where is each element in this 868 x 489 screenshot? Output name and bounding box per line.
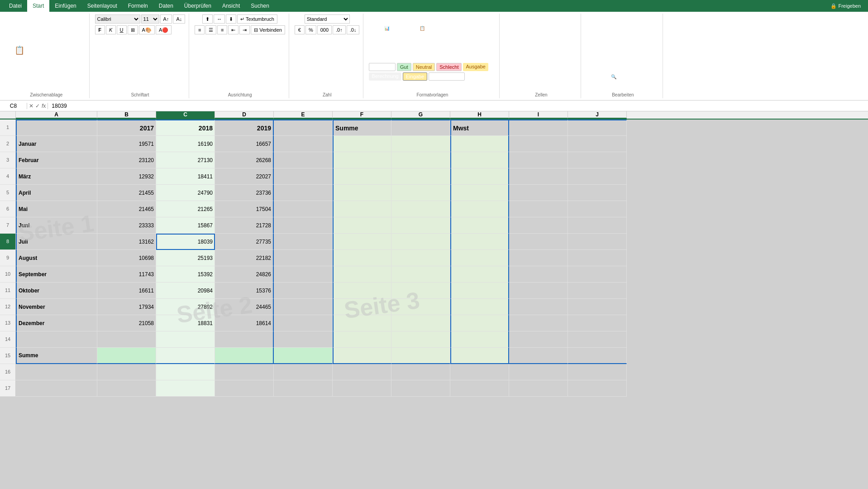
tab-daten[interactable]: Daten	[153, 0, 179, 12]
cell-D15[interactable]	[215, 348, 274, 364]
cell-H5[interactable]	[450, 185, 509, 201]
cell-D12[interactable]: 24465	[215, 299, 274, 315]
cell-C6[interactable]: 21265	[156, 201, 215, 217]
cell-H15[interactable]	[450, 348, 509, 364]
cell-C10[interactable]: 15392	[156, 266, 215, 283]
neutral-style[interactable]: Neutral	[413, 63, 435, 71]
decimal-increase-button[interactable]: .0↑	[333, 25, 346, 34]
cell-I12[interactable]	[509, 299, 568, 315]
align-bottom-button[interactable]: ⬇	[226, 14, 236, 24]
cell-I13[interactable]	[509, 315, 568, 331]
cell-B3[interactable]: 23120	[97, 152, 156, 168]
format-uebertragen-button[interactable]: 🖌 Format übertragen	[33, 58, 85, 65]
tab-einfuegen[interactable]: Einfügen	[49, 0, 81, 12]
cell-B9[interactable]: 10698	[97, 250, 156, 266]
cell-B13[interactable]: 21058	[97, 315, 156, 331]
col-header-E[interactable]: E	[274, 111, 333, 119]
cell-F9[interactable]	[333, 250, 391, 266]
cell-D2[interactable]: 16657	[215, 136, 274, 152]
cell-J14[interactable]	[568, 331, 627, 348]
cell-B14[interactable]	[97, 331, 156, 348]
cell-D14[interactable]	[215, 331, 274, 348]
cell-E9[interactable]	[274, 250, 333, 266]
cell-G4[interactable]	[391, 168, 450, 185]
confirm-formula-icon[interactable]: ✓	[35, 103, 40, 109]
tab-suchen[interactable]: Suchen	[245, 0, 275, 12]
cell-H17[interactable]	[450, 380, 509, 397]
cell-C14[interactable]	[156, 331, 215, 348]
cell-F17[interactable]	[333, 380, 391, 397]
cell-D4[interactable]: 22027	[215, 168, 274, 185]
cell-A3[interactable]: Februar	[16, 152, 97, 168]
cell-H8[interactable]	[450, 234, 509, 250]
cell-A9[interactable]: August	[16, 250, 97, 266]
cell-J4[interactable]	[568, 168, 627, 185]
cell-B4[interactable]: 12932	[97, 168, 156, 185]
cell-A8[interactable]: Juli	[16, 234, 97, 250]
ausschneiden-button[interactable]: ✂ Ausschneiden	[33, 40, 85, 48]
font-family-select[interactable]: Calibri	[95, 14, 140, 24]
cell-D8[interactable]: 27735	[215, 234, 274, 250]
cell-E14[interactable]	[274, 331, 333, 348]
cell-C5[interactable]: 24790	[156, 185, 215, 201]
cell-E2[interactable]	[274, 136, 333, 152]
cell-D11[interactable]: 15376	[215, 283, 274, 299]
cell-H12[interactable]	[450, 299, 509, 315]
cell-J7[interactable]	[568, 217, 627, 234]
cell-F12[interactable]	[333, 299, 391, 315]
cell-I3[interactable]	[509, 152, 568, 168]
cell-I2[interactable]	[509, 136, 568, 152]
cell-H10[interactable]	[450, 266, 509, 283]
cell-J9[interactable]	[568, 250, 627, 266]
cell-H1[interactable]: Mwst	[450, 120, 509, 136]
cell-J13[interactable]	[568, 315, 627, 331]
cell-I11[interactable]	[509, 283, 568, 299]
cell-B16[interactable]	[97, 364, 156, 380]
indent-decrease-button[interactable]: ⇤	[228, 25, 238, 34]
cell-A13[interactable]: Dezember	[16, 315, 97, 331]
zellen-format-button[interactable]: ⚙ Format	[557, 46, 577, 59]
textumbruch-button[interactable]: ↵ Textumbruch	[237, 14, 277, 24]
cell-J11[interactable]	[568, 283, 627, 299]
cell-A7[interactable]: Juni	[16, 217, 97, 234]
loeschen-button[interactable]: ✕ Löschen▾	[587, 34, 610, 52]
font-color-button[interactable]: A🔴	[156, 25, 172, 34]
cell-H11[interactable]	[450, 283, 509, 299]
cell-F13[interactable]	[333, 315, 391, 331]
cell-H6[interactable]	[450, 201, 509, 217]
cell-A4[interactable]: März	[16, 168, 97, 185]
cell-B7[interactable]: 23333	[97, 217, 156, 234]
cell-B11[interactable]: 16611	[97, 283, 156, 299]
bedingte-formatierung-button[interactable]: 📊 Bedingte Formatierung▾	[369, 24, 404, 42]
number-format-select[interactable]: Standard	[305, 14, 350, 24]
cell-J10[interactable]	[568, 266, 627, 283]
cell-H14[interactable]	[450, 331, 509, 348]
col-header-I[interactable]: I	[509, 111, 568, 119]
cell-C9[interactable]: 25193	[156, 250, 215, 266]
cell-B8[interactable]: 13162	[97, 234, 156, 250]
cell-E5[interactable]	[274, 185, 333, 201]
cell-F10[interactable]	[333, 266, 391, 283]
bold-button[interactable]: F	[95, 25, 105, 34]
gut-style[interactable]: Gut	[397, 63, 411, 71]
schlecht-style[interactable]: Schlecht	[436, 63, 462, 71]
cell-B5[interactable]: 21455	[97, 185, 156, 201]
cell-J8[interactable]	[568, 234, 627, 250]
sortieren-button[interactable]: ↕ Sortieren und Filtern▾	[587, 53, 634, 71]
cell-E15[interactable]	[274, 348, 333, 364]
cell-E3[interactable]	[274, 152, 333, 168]
cell-A1[interactable]	[16, 120, 97, 136]
cell-D5[interactable]: 23736	[215, 185, 274, 201]
cell-B15[interactable]	[97, 348, 156, 364]
eingabe-style[interactable]: Eingabe	[403, 72, 427, 81]
cell-A6[interactable]: Mai	[16, 201, 97, 217]
cell-A16[interactable]	[16, 364, 97, 380]
cell-I14[interactable]	[509, 331, 568, 348]
cell-J2[interactable]	[568, 136, 627, 152]
kopieren-button[interactable]: ⧉ Kopieren	[33, 49, 85, 57]
tab-start[interactable]: Start	[27, 0, 49, 12]
cell-C4[interactable]: 18411	[156, 168, 215, 185]
insert-function-icon[interactable]: fx	[42, 103, 46, 109]
cell-H16[interactable]	[450, 364, 509, 380]
cell-F11[interactable]	[333, 283, 391, 299]
